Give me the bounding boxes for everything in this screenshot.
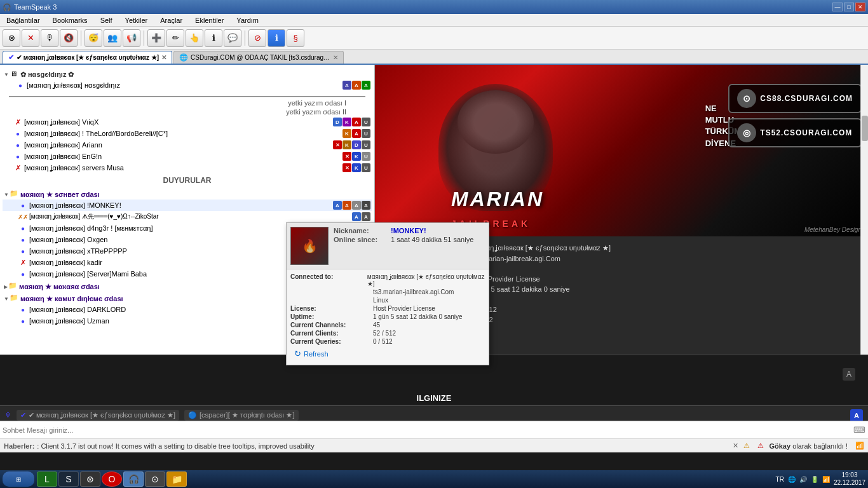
taskbar-wifi-icon: 📶 [822,476,830,483]
menu-tools[interactable]: Araçlar [156,15,186,25]
toolbar-poke[interactable]: 👆 [186,29,203,47]
user-engin[interactable]: ● [мαяıαη ʝαıłвяєαк] EnG!n ✕ K U [3,151,372,162]
tab-marian-close[interactable]: ✕ [161,54,166,61]
toolbar-disconnect[interactable]: ⊗ [3,29,20,47]
toolbar-deafen[interactable]: 🔇 [60,29,78,47]
toolbar-mute[interactable]: 🎙 [41,29,58,47]
tab-marian[interactable]: ✔ ✔ мαяıαη ʝαıłвяєαк [★ єƒsαηєłєα υηυtυł… [3,51,172,64]
toolbar-connect[interactable]: ✕ [22,29,39,47]
popup-online-row: Online since: 1 saat 49 dakika 51 saniye [334,236,485,243]
popup-ip-value: ts3.marian-jailbreak.agi.Com [373,288,454,295]
toolbar-info2[interactable]: ℹ [268,29,285,47]
user-thelord[interactable]: ● [мαяıαη ʝαıłвяєαк] ! TheLord//BordoBer… [3,128,372,139]
start-button[interactable]: ⊞ [3,471,34,487]
user-oxgen-dot: ● [18,234,28,245]
taskbar-app-steam[interactable]: S [58,471,79,487]
be-d: K [352,152,361,161]
taskbar-app-ts[interactable]: 🎧 [123,471,144,487]
toolbar-channel-edit[interactable]: ✏ [166,29,184,47]
user-engin-name: [мαяıαη ʝαıłвяєαк] EnG!n [24,152,342,161]
user-badges: A A A [342,81,370,90]
ilginize-text: ILGINIZE [0,393,868,403]
taskbar-date: 22.12.2017 [834,479,865,487]
minimize-button[interactable]: — [832,3,843,11]
taskbar-app-cs[interactable]: ⊛ [80,471,100,487]
right-scroll-thumb[interactable] [862,116,868,141]
toolbar-bookmark[interactable]: § [287,29,304,47]
menu-self[interactable]: Self [97,15,116,25]
user-musa-badges: ✕ K U [342,163,370,172]
website-badge-2: ◎ TS52.CSOURAGI.COM [728,118,862,147]
status-a-button[interactable]: A [850,409,863,422]
popup-uptime-label: Uptime: [290,313,373,320]
taskbar-app-cs2[interactable]: ⊙ [145,471,165,487]
title-bar-controls: — □ ✕ [832,3,865,11]
user-monkey[interactable]: ● [мαяıαη ʝαıłвяєαк] !MONKEY! A A A A [3,200,372,211]
user-mami-dot: ● [18,269,28,279]
menu-bookmarks[interactable]: Bookmarks [49,15,92,25]
news-text: : Client 3.1.7 ist out now! It comes wit… [37,442,730,450]
bmon-c: A [352,201,361,210]
maximize-button[interactable]: □ [844,3,854,11]
chat-input-bar: ⌨ [0,421,868,438]
user-popup-header: 🔥 Nickname: !MONKEY! Online since: 1 saa… [287,223,489,269]
user-ziko[interactable]: ✗✗ [мαяıαη ʝαıłвяєαк] ᗑ先═══(♥_♥)Ω↑--Ziko… [3,211,372,222]
user-musa[interactable]: ✗ [мαяıαη ʝαıłвяєαк] servers Musa ✕ K U [3,162,372,173]
ba-d: D [352,140,361,149]
taskbar-speaker-icon: 🔊 [799,476,807,483]
welcome-user-name: [мαяıαη ʝαıłвяєαк] нαsgєłdıηız [27,81,342,90]
popup-ip-row: ts3.marian-jailbreak.agi.Com [290,288,485,295]
right-scrollbar[interactable] [860,65,868,389]
ts-icon: ◎ [737,123,756,142]
badge-a2: A [352,118,361,126]
status-channel-2[interactable]: 🔵 [cspacer][ ★ тσрłαηtı σdası ★] [184,410,299,421]
server-root[interactable]: 🖥 ✿ нαsgєłdıηız ✿ [3,67,372,79]
popup-clients-label: Current Clients: [290,330,373,337]
send-icon[interactable]: ⌨ [853,425,865,435]
toolbar-chat[interactable]: 💬 [224,29,241,47]
welcome-user[interactable]: ● [мαяıαη ʝαıłвяєαк] нαsgєłdıηız A A A [3,79,372,91]
popup-nickname-label: Nickname: [334,227,391,234]
user-ariann[interactable]: ● [мαяıαη ʝαıłвяєαк] Ariann ✕ K D U [3,139,372,151]
taskbar-app-lol[interactable]: L [37,471,57,487]
taskbar-lang: TR [776,476,784,483]
news-close-button[interactable]: ✕ [733,442,738,450]
tab-csduragi-close[interactable]: ✕ [333,54,338,61]
toolbar-contacts[interactable]: 👥 [104,29,121,47]
toolbar-ban[interactable]: ⊘ [248,29,266,47]
bt-k: K [342,129,351,138]
chat-scroll-btn[interactable]: A [843,368,855,381]
server-icon: 🖥 [9,69,19,79]
user-musa-icon: ✗ [13,163,23,173]
toolbar-client-info[interactable]: ℹ [205,29,222,47]
popup-license-value: Host Provider License [373,305,435,312]
close-button[interactable]: ✕ [855,3,865,11]
menu-connections[interactable]: Bağlantılar [3,15,44,25]
popup-clients-row: Current Clients: 52 / 512 [290,330,485,337]
taskbar: ⊞ L S ⊛ O 🎧 ⊙ 📁 TR 🌐 🔊 🔋 📶 19:03 22.12.2… [0,470,868,488]
menu-permissions[interactable]: Yetkiler [121,15,152,25]
taskbar-app-files[interactable]: 📁 [166,471,187,487]
taskbar-network-icon: 🌐 [788,476,796,483]
status-channel-1[interactable]: ✔ ✔ мαяıαη ʝαıłвяєαк [★ єƒsαηєłєα υηυtυł… [17,410,179,421]
user-xtre-dot: ● [18,246,28,256]
chat-input[interactable] [3,426,853,434]
user-viiqx[interactable]: ✗ [мαяıαη ʝαıłвяєαк] VıiqX D K A U [3,116,372,128]
menu-help[interactable]: Yardım [233,15,262,25]
user-thelord-icon: ● [13,128,23,139]
badge-mod: A [352,81,361,90]
server-banner: MARIAN JAILBREAK NEMUTLUTÜRKÜMDİYENE ⊙ C… [375,65,868,236]
popup-nickname-row: Nickname: !MONKEY! [334,227,485,234]
popup-queries-label: Current Queries: [290,338,373,345]
channel-sohbet[interactable]: 📁 мαяıαη ★ sσнвет σdası [3,187,372,200]
menu-plugins[interactable]: Eklentiler [191,15,227,25]
taskbar-app-opera[interactable]: O [102,471,122,487]
user-popup-info: Nickname: !MONKEY! Online since: 1 saat … [334,227,485,265]
toolbar-channel-add[interactable]: ➕ [147,29,165,47]
tab-csduragi[interactable]: 🌐 CSDuragi.COM @ ODA AÇ TAKIL [ts3.csdur… [173,51,344,64]
popup-refresh-button[interactable]: ↻ Refresh [290,346,485,361]
toolbar-away[interactable]: 😴 [85,29,102,47]
popup-license-row: License: Host Provider License [290,305,485,312]
toolbar-whisper[interactable]: 📢 [123,29,140,47]
website-badges: ⊙ CS88.CSDURAGI.COM ◎ TS52.CSOURAGI.COM [728,84,862,147]
